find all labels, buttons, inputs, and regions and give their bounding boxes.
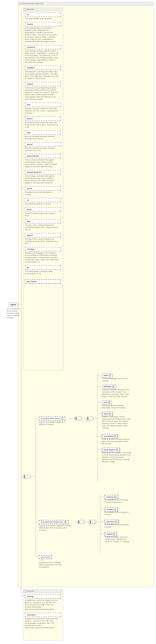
- leaf-facet-desc: In NAR 1.8 and later, facet is deprecate…: [102, 416, 131, 429]
- sequence-marker: ⋯: [23, 474, 30, 478]
- attr-creatoruri-desc: If the attribute is empty, specifies whi…: [25, 50, 59, 64]
- attr-type-desc: The type of the concept assigned as cont…: [25, 224, 59, 231]
- attr-type: type: [25, 219, 61, 223]
- plus-icon: +: [114, 508, 116, 510]
- leaf-hierarchyInfo: hierarchyInfo+: [102, 448, 120, 452]
- attr-creatoruri: creatoruri: [25, 45, 61, 49]
- attr-creator-desc: If the property value is not defined, sp…: [25, 27, 59, 43]
- def-seq-marker: ⋯: [74, 416, 82, 420]
- plus-icon: +: [115, 521, 117, 523]
- root-signal: signal: [9, 302, 18, 306]
- leaf-related-desc: A related concept, where the relationshi…: [105, 536, 134, 543]
- concept-rel-desc: A group of properties required to indica…: [39, 524, 73, 531]
- attr-modified: modified: [25, 66, 61, 70]
- attr-severityuri-desc: Indicates how severe the impact from the…: [25, 618, 59, 629]
- attr-howuri: howuri: [25, 116, 61, 121]
- leaf-narrower: narrower+: [105, 520, 119, 524]
- leaf-facet: facet+: [102, 412, 113, 416]
- leaf-name: name+: [102, 374, 113, 378]
- attr-qcode-desc: A qualified code which identifies a conc…: [25, 191, 59, 196]
- attr-how-desc: Indicates by which means the value was e…: [25, 108, 59, 114]
- plus-icon: +: [64, 521, 67, 523]
- root-desc: An instruction to the processor that the…: [7, 308, 20, 319]
- leaf-hierarchyInfo-desc: Represents the position of a concept in …: [102, 452, 131, 463]
- attr-literal-desc: A free-text value assigned as property v…: [25, 212, 59, 217]
- attr-custom: custom: [25, 82, 61, 86]
- leaf-name-desc: A natural language name for the concept.: [102, 378, 131, 382]
- leaf-note-desc: Additional natural language information …: [102, 404, 131, 409]
- extension-title-text: Flex1PropType (extension): [22, 2, 44, 5]
- plus-icon: +: [116, 449, 118, 451]
- attr-severityuri: severityuri: [25, 613, 61, 617]
- concept-rel-label: ConceptRelationshipsGroup: [41, 521, 63, 523]
- attr-xml:lang-desc: Specifies the language of this property …: [25, 252, 59, 263]
- plus-icon: +: [112, 386, 114, 388]
- leaf-definition-desc: A natural language definition of the sem…: [102, 389, 131, 398]
- plus-icon: +: [109, 374, 111, 376]
- def-choice-marker: [86, 416, 93, 420]
- occ-def: 0..∞: [87, 421, 89, 422]
- rel-seq-marker: ⋯: [77, 520, 84, 524]
- attrs1-list: idThe local identifier of the property.c…: [25, 12, 61, 284]
- leaf-sameAs-desc: An identifier of a concept with equivale…: [105, 499, 134, 504]
- attr-panel-title-text: attributes: [27, 8, 34, 11]
- attr-uri: uri: [25, 198, 61, 202]
- attr-typeuri-desc: The type of the concept assigned as cont…: [25, 238, 59, 245]
- rel-choice-marker: [89, 520, 96, 524]
- plus-icon: +: [109, 413, 111, 415]
- occ-any: 0..∞: [41, 559, 44, 561]
- attr-howuri-desc: Indicates by which means the value was e…: [25, 122, 59, 128]
- concept-def-desc: A group of properties required to define…: [39, 421, 68, 426]
- leaf-sameAs: sameAs+: [105, 495, 118, 499]
- attr-why-desc: Why the metadata has been included - exp…: [25, 136, 59, 140]
- attr-severity: severity: [25, 594, 61, 598]
- attr-panel-1-title: attributes: [23, 8, 63, 11]
- leaf-definition: definition+: [102, 385, 116, 389]
- any-other-desc: Extension point for provider-defined pro…: [39, 562, 66, 568]
- attr-creator: creator: [25, 22, 61, 26]
- attr-modified-desc: The date (and, optionally, the time) whe…: [25, 71, 59, 80]
- any-other-label: any ##other: [41, 556, 50, 558]
- attr-literal: literal: [25, 208, 61, 212]
- any-other-attr: any ##other: [25, 279, 61, 284]
- attr-typeuri: typeuri: [25, 233, 61, 237]
- leaf-remoteInfo: remoteInfo+: [102, 434, 118, 439]
- extension-icon: [19, 3, 21, 5]
- attr-panel-icon: [24, 590, 26, 592]
- attr-id: id: [25, 12, 61, 17]
- attr-pubconstrainturi-desc: One or many constraints that apply to pu…: [25, 175, 59, 184]
- leaf-broader-desc: An identifier of a more generic concept.: [105, 511, 134, 516]
- attr-custom-desc: If set to true the corresponding propert…: [25, 87, 59, 100]
- attr-id-desc: The local identifier of the property.: [25, 18, 59, 20]
- attr-qcode: qcode: [25, 186, 61, 190]
- attr-dir: dir: [25, 266, 61, 270]
- concept-definition-group: ConceptDefinitionGroup +: [39, 416, 65, 421]
- leaf-narrower-desc: An identifier of a more specific concept…: [105, 524, 134, 528]
- attrs2-list: severityIndicates how severe the impact …: [25, 594, 61, 629]
- concept-def-label: ConceptDefinitionGroup: [41, 418, 60, 420]
- leaf-related: related+: [105, 532, 117, 536]
- plus-icon: +: [113, 533, 115, 535]
- attr-severity-desc: Indicates how severe the impact from the…: [25, 599, 59, 610]
- plus-icon: +: [108, 401, 110, 404]
- any-other-group: any ##other: [39, 555, 52, 559]
- attr-how: how: [25, 102, 61, 107]
- attr-dir-desc: The directionality of textual content (e…: [25, 270, 59, 275]
- attr-xml:lang: xml:lang: [25, 247, 61, 251]
- concept-rel-group: ConceptRelationshipsGroup +: [39, 520, 68, 524]
- attr-panel-2-title-text: attributes: [27, 590, 34, 593]
- plus-icon: +: [61, 418, 63, 420]
- leaf-note: note+: [102, 400, 112, 404]
- attr-panel-2-title: attributes: [23, 590, 63, 593]
- plus-icon: +: [114, 435, 116, 438]
- leaf-remoteInfo-desc: A link to an item or a web resource whic…: [102, 438, 131, 445]
- extension-title: Flex1PropType (extension): [18, 2, 153, 6]
- attr-why: why: [25, 130, 61, 135]
- attr-uri-desc: A URI which identifies a concept.: [25, 203, 59, 205]
- attr-panel-icon: [24, 8, 26, 10]
- leaf-broader: broader+: [105, 507, 118, 512]
- attr-pubconstrainturi: pubconstrainturi: [25, 170, 61, 174]
- attr-pubconstraint: pubconstraint: [25, 154, 61, 158]
- attr-pubconstraint-desc: One or many constraints that apply to pu…: [25, 159, 59, 168]
- occ-rel: 0..∞: [89, 524, 92, 526]
